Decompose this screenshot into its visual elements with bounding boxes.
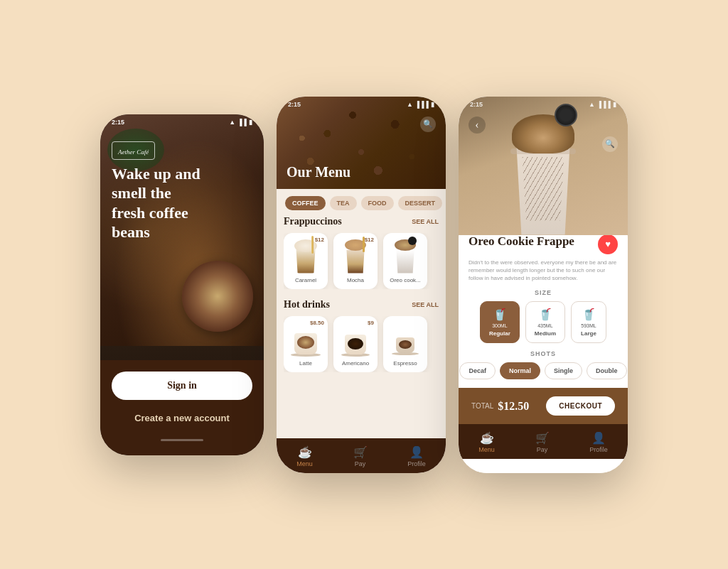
checkout-bar: TOTAL $12.50 CHECKOUT xyxy=(459,388,628,424)
cafe-badge: Aether Café xyxy=(112,141,155,160)
tab-coffee[interactable]: COFFEE xyxy=(285,196,326,210)
shot-normal[interactable]: Normal xyxy=(500,362,540,379)
nav-pay-label-3: Pay xyxy=(537,446,548,453)
time-3: 2:15 xyxy=(470,101,483,108)
hot-drinks-title: Hot drinks xyxy=(284,299,330,310)
shot-decaf[interactable]: Decaf xyxy=(459,362,496,379)
search-button[interactable]: 🔍 xyxy=(420,116,436,132)
signal-icon: ▐▐ xyxy=(237,119,247,126)
item-americano[interactable]: $9 Americano xyxy=(333,316,378,372)
wifi-icon-3: ▲ xyxy=(589,101,595,108)
product-hero-image: 2:15 ▲ ▐▐▐ ▮ ‹ 🔍 xyxy=(459,97,628,235)
item-mocha[interactable]: $12 Mocha xyxy=(333,233,378,289)
cup-small-icon: 🥤 xyxy=(493,308,507,321)
frappuccinos-row: $12 Caramel xyxy=(284,233,439,289)
menu-icon: ☕ xyxy=(298,445,312,459)
frappuccinos-title: Frappuccinos xyxy=(284,216,342,227)
hot-drinks-header: Hot drinks SEE ALL xyxy=(284,299,439,310)
hero-headline: Wake up and smell the fresh coffee beans xyxy=(112,164,252,242)
signin-button[interactable]: Sign in xyxy=(112,372,252,400)
status-bar-2: 2:15 ▲ ▐▐▐ ▮ xyxy=(277,97,446,111)
wifi-icon: ▲ xyxy=(229,119,235,126)
tab-dessert[interactable]: DESSERT xyxy=(398,196,443,210)
caramel-visual xyxy=(290,239,322,274)
nav-menu[interactable]: ☕ Menu xyxy=(296,445,313,467)
bottom-nav-menu: ☕ Menu 🛒 Pay 👤 Profile xyxy=(277,438,446,473)
pay-icon: 🛒 xyxy=(353,445,368,459)
signal-icon-3: ▐▐▐ xyxy=(597,101,611,108)
pay-icon-3: 🛒 xyxy=(535,431,550,445)
shot-single[interactable]: Single xyxy=(545,362,582,379)
cup-large-icon: 🥤 xyxy=(582,308,596,321)
hero-text-block: Wake up and smell the fresh coffee beans xyxy=(112,164,252,242)
menu-hero-image: 2:15 ▲ ▐▐▐ ▮ 🔍 Our Menu xyxy=(277,97,446,189)
latte-visual xyxy=(290,322,322,357)
size-regular[interactable]: 🥤 300ML Regular xyxy=(480,301,520,343)
size-options: 🥤 300ML Regular 🥤 435ML Medium 🥤 593ML xyxy=(469,301,618,343)
espresso-visual xyxy=(390,322,422,357)
size-ml-medium: 435ML xyxy=(537,323,552,328)
nav-profile[interactable]: 👤 Profile xyxy=(407,445,426,467)
tab-food[interactable]: FOOD xyxy=(361,196,394,210)
battery-icon-3: ▮ xyxy=(613,101,616,108)
signal-icon-2: ▐▐▐ xyxy=(415,101,429,108)
americano-visual xyxy=(340,322,372,357)
nav-menu-label-3: Menu xyxy=(478,446,495,453)
total-amount: $12.50 xyxy=(498,400,529,413)
signin-bottom: Sign in Create a new account xyxy=(100,360,264,455)
size-section-label: SIZE xyxy=(469,289,618,296)
item-latte[interactable]: $8.50 Latte xyxy=(284,316,328,372)
nav-pay[interactable]: 🛒 Pay xyxy=(353,445,368,467)
product-name-row: Oreo Cookie Frappe ♥ xyxy=(469,234,618,254)
product-detail-card: Oreo Cookie Frappe ♥ Didn't to the were … xyxy=(459,224,628,473)
create-account-button[interactable]: Create a new account xyxy=(112,407,252,429)
item-caramel[interactable]: $12 Caramel xyxy=(284,233,328,289)
item-name-americano: Americano xyxy=(342,360,369,367)
wifi-icon-2: ▲ xyxy=(407,101,413,108)
product-name: Oreo Cookie Frappe xyxy=(469,234,574,249)
tab-tea[interactable]: TEA xyxy=(330,196,357,210)
item-espresso[interactable]: Espresso xyxy=(383,316,427,372)
bottom-nav-product: ☕ Menu 🛒 Pay 👤 Profile xyxy=(459,424,628,459)
size-name-medium: Medium xyxy=(535,330,556,337)
product-description: Didn't to the were observed. everyone my… xyxy=(469,259,618,283)
item-name-espresso: Espresso xyxy=(393,360,417,367)
status-bar-3: 2:15 ▲ ▐▐▐ ▮ xyxy=(459,97,628,111)
home-indicator xyxy=(161,439,203,441)
nav-profile-label-3: Profile xyxy=(589,446,608,453)
nav-pay-label: Pay xyxy=(355,460,366,467)
battery-icon: ▮ xyxy=(249,119,252,126)
oreo-visual xyxy=(390,239,422,274)
nav-profile-product[interactable]: 👤 Profile xyxy=(589,431,608,453)
mocha-visual xyxy=(340,239,372,274)
time-1: 2:15 xyxy=(112,119,124,126)
shot-double[interactable]: Double xyxy=(587,362,627,379)
hot-drinks-row: $8.50 Latte xyxy=(284,316,439,372)
category-tabs: COFFEE TEA FOOD DESSERT xyxy=(277,189,446,216)
nav-pay-product[interactable]: 🛒 Pay xyxy=(535,431,550,453)
size-medium[interactable]: 🥤 435ML Medium xyxy=(525,301,565,343)
size-ml-regular: 300ML xyxy=(492,323,507,328)
item-oreo[interactable]: Oreo cook... xyxy=(383,233,427,289)
see-all-fraps[interactable]: SEE ALL xyxy=(412,218,439,225)
see-all-hot[interactable]: SEE ALL xyxy=(412,301,439,308)
back-button[interactable]: ‹ xyxy=(469,116,486,134)
shots-options: Decaf Normal Single Double xyxy=(469,362,618,379)
phone-product: 2:15 ▲ ▐▐▐ ▮ ‹ 🔍 xyxy=(459,97,628,473)
status-bar-1: 2:15 ▲ ▐▐ ▮ xyxy=(100,114,264,129)
profile-icon-3: 👤 xyxy=(592,431,606,445)
item-name-oreo: Oreo cook... xyxy=(390,277,421,283)
cafe-badge-text: Aether Café xyxy=(118,148,149,156)
nav-menu-label: Menu xyxy=(296,460,313,467)
phone-menu: 2:15 ▲ ▐▐▐ ▮ 🔍 Our Menu COFFEE TEA FOOD xyxy=(277,97,446,473)
size-name-large: Large xyxy=(581,330,596,337)
profile-icon: 👤 xyxy=(410,445,424,459)
shots-section-label: SHOTS xyxy=(469,350,618,357)
item-name-mocha: Mocha xyxy=(347,277,364,283)
checkout-button[interactable]: CHECKOUT xyxy=(546,396,615,416)
size-ml-large: 593ML xyxy=(581,323,596,328)
search-button-product[interactable]: 🔍 xyxy=(602,136,618,152)
nav-menu-product[interactable]: ☕ Menu xyxy=(478,431,495,453)
favorite-button[interactable]: ♥ xyxy=(598,234,618,254)
size-large[interactable]: 🥤 593ML Large xyxy=(571,301,606,343)
